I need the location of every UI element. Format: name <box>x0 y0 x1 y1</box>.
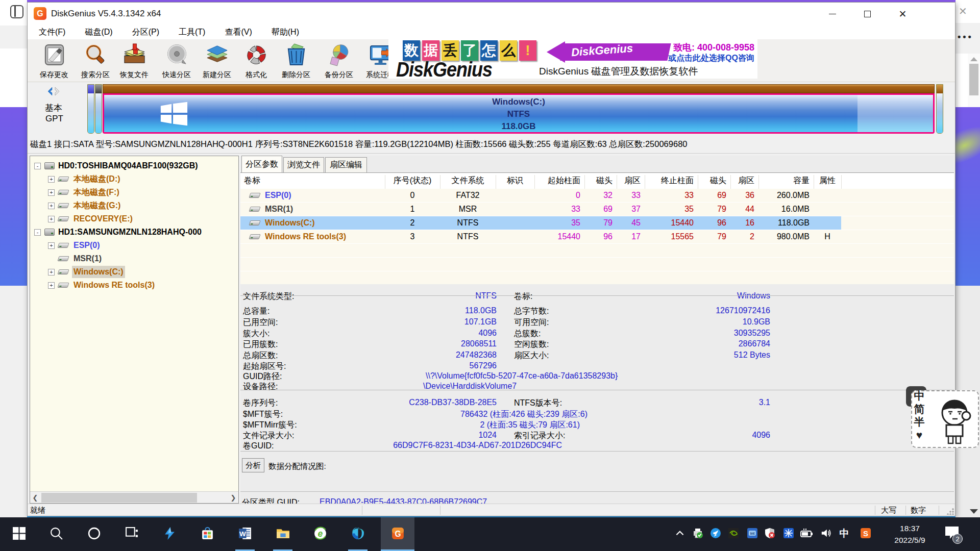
tray-defender-icon[interactable] <box>762 517 777 551</box>
tree-expander-icon[interactable]: + <box>48 242 55 249</box>
ime-status-widget[interactable]: 中简半♥ <box>906 386 980 450</box>
column-header-2[interactable]: 文件系统 <box>440 173 496 189</box>
tree-item--d-[interactable]: +本地磁盘(D:) <box>30 172 238 186</box>
tree-expander-icon[interactable]: - <box>34 163 41 169</box>
tray-battery-icon[interactable] <box>799 517 814 551</box>
background-scrollbar-up-icon[interactable] <box>970 57 977 61</box>
taskbar-store-icon[interactable] <box>190 517 224 551</box>
tree-expander-icon[interactable]: - <box>34 229 41 236</box>
column-header-7[interactable]: 终止柱面 <box>645 173 694 189</box>
toolbar-button-backup-partition[interactable]: 备份分区 <box>320 41 358 80</box>
tray-intel-icon[interactable]: int <box>745 517 760 551</box>
tree-item-windows-c-[interactable]: +Windows(C:) <box>30 265 238 279</box>
tray-printer-icon[interactable] <box>690 517 705 551</box>
tab-1[interactable]: 浏览文件 <box>283 157 324 172</box>
tray-ime-zh-icon[interactable]: 中 <box>837 517 852 551</box>
resize-grip[interactable] <box>947 508 954 515</box>
toolbar-button-save-changes[interactable]: 保存更改 <box>35 41 74 80</box>
taskbar-edge-icon[interactable] <box>341 517 375 551</box>
ad-banner[interactable]: 数据丢了怎么!DiskGeniusDiskGenius致电: 400-008-9… <box>388 39 757 79</box>
background-close-icon[interactable]: ✕ <box>959 5 967 17</box>
tray-speaker-icon[interactable] <box>819 517 834 551</box>
tree-item--f-[interactable]: +本地磁盘(F:) <box>30 186 238 199</box>
toolbar-button-recover-files[interactable]: 恢复文件 <box>115 41 154 80</box>
taskbar-lightning-icon[interactable] <box>153 517 186 551</box>
column-header-8[interactable]: 磁头 <box>698 173 726 189</box>
tree-expander-icon[interactable]: + <box>48 282 55 289</box>
column-header-10[interactable]: 容量 <box>758 173 810 189</box>
diskmap-partition-esp[interactable] <box>87 84 94 134</box>
column-header-4[interactable]: 起始柱面 <box>534 173 580 189</box>
tray-sogou-icon[interactable]: S <box>858 517 873 551</box>
taskbar-start-icon[interactable] <box>2 517 36 551</box>
scroll-left-icon[interactable]: ❮ <box>30 492 40 503</box>
menu-item-0[interactable]: 文件(F) <box>34 27 70 38</box>
tray-snowflake-icon[interactable] <box>781 517 796 551</box>
column-header-9[interactable]: 扇区 <box>730 173 754 189</box>
taskbar-browser360-icon[interactable]: e <box>303 517 337 551</box>
menu-item-1[interactable]: 磁盘(D) <box>80 27 117 38</box>
menu-item-5[interactable]: 帮助(H) <box>266 27 304 38</box>
table-row-msr-1-[interactable]: MSR(1)1MSR33693735794416.0MB <box>240 203 954 216</box>
toolbar-button-format[interactable]: 格式化 <box>237 41 276 80</box>
partition-icon <box>57 256 69 261</box>
taskbar-word-icon[interactable]: W <box>228 517 262 551</box>
tree-expander-icon[interactable]: + <box>48 269 55 276</box>
tree-item-esp-0-[interactable]: +ESP(0) <box>30 239 238 252</box>
table-row-windows-c-[interactable]: Windows(C:)2NTFS357945154409616118.0GB <box>240 216 954 230</box>
column-header-5[interactable]: 磁头 <box>584 173 612 189</box>
tree-item--g-[interactable]: +本地磁盘(G:) <box>30 199 238 212</box>
tab-2[interactable]: 扇区编辑 <box>325 157 367 172</box>
tray-chevron-up-icon[interactable] <box>672 517 688 551</box>
table-row-windows-re-tools-3-[interactable]: Windows RE tools(3)3NTFS1544096171556579… <box>240 230 954 243</box>
tree-expander-icon[interactable]: + <box>48 189 55 196</box>
tree-item-hd1-samsungmznln128hahq-000[interactable]: -HD1:SAMSUNGMZNLN128HAHQ-000 <box>30 226 238 239</box>
taskbar-cortana-icon[interactable] <box>77 517 111 551</box>
notification-icon[interactable]: 2 <box>945 527 963 542</box>
tree-item-recovery-e-[interactable]: +RECOVERY(E:) <box>30 212 238 226</box>
toolbar-button-search-partition[interactable]: 搜索分区 <box>76 41 115 80</box>
tree-expander-icon[interactable]: + <box>48 216 55 222</box>
scrollbar-thumb[interactable] <box>41 493 197 503</box>
diskmap-partition-msr[interactable] <box>95 84 102 134</box>
menu-item-3[interactable]: 工具(T) <box>174 27 210 38</box>
scroll-right-icon[interactable]: ❯ <box>228 492 238 503</box>
tree-horizontal-scrollbar[interactable]: ❮ ❯ <box>30 491 238 503</box>
taskbar-clock[interactable]: 18:372022/5/9 <box>886 522 934 546</box>
tree-item-windows-re-tools-3-[interactable]: +Windows RE tools(3) <box>30 279 238 292</box>
tab-0[interactable]: 分区参数 <box>241 156 282 172</box>
column-header-6[interactable]: 扇区 <box>617 173 641 189</box>
analyze-button[interactable]: 分析 <box>242 458 264 472</box>
toolbar-button-new-partition[interactable]: 新建分区 <box>198 41 236 80</box>
taskbar-search-icon[interactable] <box>39 517 73 551</box>
close-button[interactable]: ✕ <box>885 3 920 25</box>
taskbar-explorer-icon[interactable] <box>266 517 300 551</box>
browser-menu-icon[interactable]: ••• <box>958 32 973 42</box>
table-row-esp-0-[interactable]: ESP(0)0FAT3203233336936260.0MB <box>240 189 954 202</box>
tray-nvidia-icon[interactable] <box>726 517 741 551</box>
column-header-1[interactable]: 序号(状态) <box>385 173 440 189</box>
maximize-button[interactable] <box>850 3 885 25</box>
tree-expander-icon[interactable]: + <box>48 203 55 209</box>
banner-qq-link[interactable]: 或点击此处选择QQ咨询 <box>668 53 754 64</box>
toolbar-button-quick-partition[interactable]: 快速分区 <box>157 41 196 80</box>
minimize-button[interactable] <box>815 3 850 25</box>
tree-item-msr-1-[interactable]: MSR(1) <box>30 252 238 265</box>
menu-item-2[interactable]: 分区(P) <box>127 27 164 38</box>
tree-item-label: 本地磁盘(D:) <box>74 174 120 185</box>
tree-item-hd0-toshibamq04abf100-932gb-[interactable]: -HD0:TOSHIBAMQ04ABF100(932GB) <box>30 159 238 172</box>
column-header-3[interactable]: 标识 <box>496 173 534 189</box>
partition-nav-arrows[interactable] <box>46 87 66 96</box>
background-scrollbar-thumb[interactable] <box>969 64 978 95</box>
taskbar-taskview-icon[interactable] <box>115 517 149 551</box>
toolbar-button-delete-partition[interactable]: 删除分区 <box>277 41 315 80</box>
diskmap-partition-windows-c[interactable]: Windows(C:) NTFS 118.0GB <box>103 84 935 134</box>
tree-expander-icon[interactable]: + <box>48 176 55 183</box>
tray-dingtalk-icon[interactable] <box>708 517 723 551</box>
column-header-0[interactable]: 卷标 <box>244 173 260 189</box>
taskbar-diskgenius-icon[interactable]: G <box>381 517 414 551</box>
menu-item-4[interactable]: 查看(V) <box>219 27 257 38</box>
column-header-11[interactable]: 属性 <box>814 173 841 189</box>
diskmap-partition-re-tools[interactable] <box>936 84 943 134</box>
toolbar-label: 备份分区 <box>325 70 353 80</box>
